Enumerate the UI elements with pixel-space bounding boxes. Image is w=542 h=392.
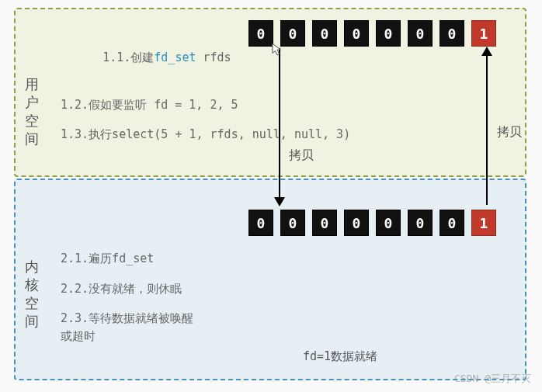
- bit-cell-set: 1: [471, 20, 496, 47]
- watermark: CSDN @三月不灭: [454, 372, 531, 386]
- bit-cell: 0: [248, 20, 273, 47]
- bit-cell: 0: [280, 210, 305, 236]
- bit-cell: 0: [280, 20, 305, 47]
- bit-cell: 0: [312, 210, 337, 236]
- bit-cell: 0: [376, 20, 401, 47]
- fd-set-type: fd_set: [154, 50, 196, 64]
- mouse-cursor-icon: [272, 43, 283, 57]
- bit-cell: 0: [440, 210, 464, 236]
- step-1-1-prefix: 1.1.创建: [102, 50, 154, 64]
- step-2-1: 2.1.遍历fd_set: [61, 250, 193, 268]
- user-space-label: 用户空间: [23, 75, 40, 148]
- kernel-space-panel: 内核空间 2.1.遍历fd_set 2.2.没有就绪，则休眠 2.3.等待数据就…: [14, 179, 526, 380]
- bit-cell: 0: [440, 20, 464, 47]
- bit-cell: 0: [312, 20, 337, 47]
- bit-cell: 0: [344, 210, 369, 236]
- step-1-3: 1.3.执行select(5 + 1, rfds, null, null, 3): [61, 126, 350, 144]
- step-2-2: 2.2.没有就绪，则休眠: [61, 280, 193, 298]
- fd-ready-label: fd=1数据就绪: [303, 349, 377, 364]
- user-bit-row: 0 0 0 0 0 0 0 1: [248, 20, 496, 47]
- copy-down-label: 拷贝: [289, 147, 314, 164]
- bit-cell: 0: [376, 210, 401, 236]
- kernel-steps: 2.1.遍历fd_set 2.2.没有就绪，则休眠 2.3.等待数据就绪被唤醒 …: [61, 250, 193, 357]
- step-1-1-suffix: rfds: [196, 50, 231, 64]
- arrow-copy-up: [486, 48, 488, 205]
- copy-up-label: 拷贝: [497, 124, 522, 140]
- kernel-space-label: 内核空间: [23, 258, 40, 331]
- kernel-bit-row: 0 0 0 0 0 0 0 1: [248, 210, 496, 236]
- bit-cell-set: 1: [471, 210, 496, 236]
- bit-cell: 0: [344, 20, 369, 47]
- step-1-2: 1.2.假如要监听 fd = 1, 2, 5: [61, 96, 350, 114]
- step-2-3: 2.3.等待数据就绪被唤醒 或超时: [61, 310, 193, 345]
- bit-cell: 0: [248, 210, 273, 236]
- bit-cell: 0: [408, 210, 433, 236]
- bit-cell: 0: [408, 20, 433, 47]
- arrow-copy-down: [279, 48, 280, 205]
- user-steps: 1.1.创建fd_set rfds 1.2.假如要监听 fd = 1, 2, 5…: [61, 31, 350, 156]
